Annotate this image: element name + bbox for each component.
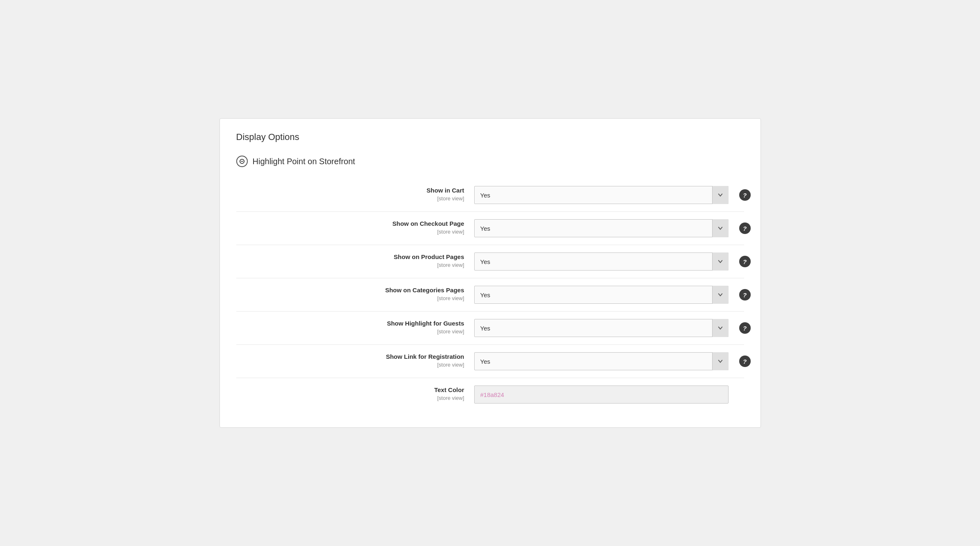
input-col-show-on-checkout: Yes No [474, 219, 744, 237]
collapse-toggle[interactable] [236, 156, 248, 167]
row-show-on-categories: Show on Categories Pages [store view] Ye… [236, 278, 744, 311]
display-options-card: Display Options Highlight Point on Store… [219, 118, 761, 428]
text-color-input[interactable] [474, 385, 729, 404]
input-col-text-color [474, 385, 744, 404]
help-icon-show-link-registration[interactable]: ? [739, 356, 751, 367]
form-rows: Show in Cart [store view] Yes No ? [236, 179, 744, 411]
input-col-show-on-product: Yes No [474, 252, 744, 271]
input-col-show-on-categories: Yes No [474, 286, 744, 304]
row-show-on-checkout: Show on Checkout Page [store view] Yes N… [236, 211, 744, 245]
help-icon-show-on-product[interactable]: ? [739, 256, 751, 267]
row-show-link-registration: Show Link for Registration [store view] … [236, 344, 744, 378]
select-show-link-registration[interactable]: Yes No [474, 352, 729, 370]
select-show-on-categories[interactable]: Yes No [474, 286, 729, 304]
label-show-on-categories: Show on Categories Pages [store view] [236, 286, 474, 301]
select-show-highlight-guests[interactable]: Yes No [474, 319, 729, 337]
label-text-color: Text Color [store view] [236, 385, 474, 401]
row-text-color: Text Color [store view] [236, 378, 744, 411]
help-icon-show-highlight-guests[interactable]: ? [739, 322, 751, 334]
label-show-on-product: Show on Product Pages [store view] [236, 252, 474, 268]
input-col-show-in-cart: Yes No [474, 186, 744, 204]
input-col-show-link-registration: Yes No [474, 352, 744, 370]
card-title: Display Options [236, 132, 744, 142]
section-title: Highlight Point on Storefront [253, 157, 355, 166]
select-wrapper-show-on-categories: Yes No [474, 286, 729, 304]
select-wrapper-show-link-registration: Yes No [474, 352, 729, 370]
label-show-highlight-guests: Show Highlight for Guests [store view] [236, 319, 474, 335]
help-icon-show-in-cart[interactable]: ? [739, 189, 751, 201]
select-wrapper-show-on-product: Yes No [474, 252, 729, 271]
select-show-on-checkout[interactable]: Yes No [474, 219, 729, 237]
select-wrapper-show-on-checkout: Yes No [474, 219, 729, 237]
select-wrapper-show-in-cart: Yes No [474, 186, 729, 204]
input-col-show-highlight-guests: Yes No [474, 319, 744, 337]
help-icon-show-on-checkout[interactable]: ? [739, 223, 751, 234]
label-show-in-cart: Show in Cart [store view] [236, 186, 474, 202]
row-show-on-product: Show on Product Pages [store view] Yes N… [236, 245, 744, 278]
select-wrapper-show-highlight-guests: Yes No [474, 319, 729, 337]
label-show-on-checkout: Show on Checkout Page [store view] [236, 219, 474, 235]
select-show-in-cart[interactable]: Yes No [474, 186, 729, 204]
label-show-link-registration: Show Link for Registration [store view] [236, 352, 474, 368]
select-show-on-product[interactable]: Yes No [474, 252, 729, 271]
section-header: Highlight Point on Storefront [236, 156, 744, 167]
row-show-in-cart: Show in Cart [store view] Yes No ? [236, 179, 744, 211]
row-show-highlight-guests: Show Highlight for Guests [store view] Y… [236, 311, 744, 344]
help-icon-show-on-categories[interactable]: ? [739, 289, 751, 301]
